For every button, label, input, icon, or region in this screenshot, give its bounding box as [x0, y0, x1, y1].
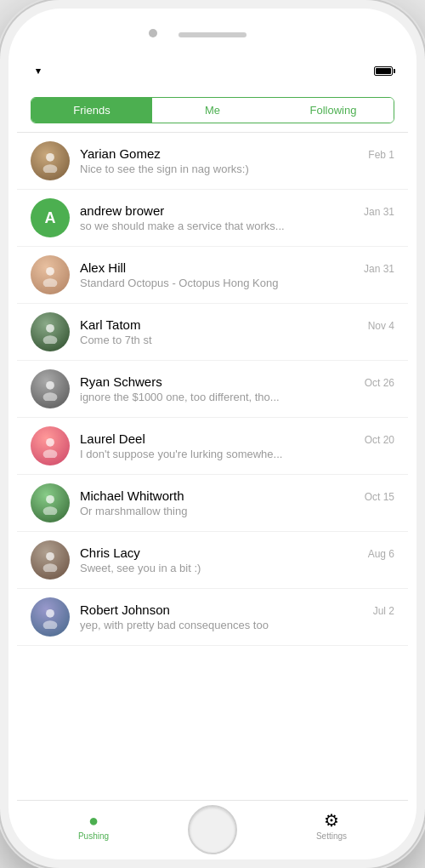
message-top: Ryan SchwersOct 26: [80, 374, 394, 389]
avatar: [31, 255, 70, 294]
battery-fill: [376, 68, 391, 74]
message-top: Robert JohnsonJul 2: [80, 602, 394, 617]
status-bar: ▾: [17, 60, 408, 82]
status-right: [374, 66, 393, 76]
front-camera: [149, 29, 157, 37]
message-date: Oct 15: [365, 491, 394, 503]
message-top: andrew browerJan 31: [80, 203, 394, 218]
svg-point-3: [43, 278, 58, 287]
message-preview: ignore the $1000 one, too different, tho…: [80, 391, 394, 403]
avatar: [31, 369, 70, 408]
message-date: Jan 31: [364, 206, 394, 218]
sender-name: Robert Johnson: [80, 602, 170, 617]
message-content: Karl TatomNov 4Come to 7th st: [80, 317, 394, 346]
svg-point-1: [43, 164, 58, 173]
avatar: [31, 540, 70, 580]
svg-point-5: [43, 335, 58, 344]
message-preview: Standard Octopus - Octopus Hong Kong: [80, 277, 394, 289]
avatar: A: [31, 198, 70, 237]
message-item[interactable]: Robert JohnsonJul 2yep, with pretty bad …: [17, 589, 408, 646]
message-preview: so we should make a service that works..…: [80, 220, 394, 232]
message-content: Alex HillJan 31Standard Octopus - Octopu…: [80, 260, 394, 289]
svg-point-4: [46, 324, 54, 333]
top-bar: [17, 17, 408, 51]
settings-label: Settings: [316, 831, 347, 841]
wifi-icon: ▾: [36, 66, 41, 77]
message-content: andrew browerJan 31so we should make a s…: [80, 203, 394, 232]
message-content: Michael WhitworthOct 15Or marshmallow th…: [80, 488, 394, 517]
sender-name: Ryan Schwers: [80, 374, 162, 389]
svg-point-15: [43, 620, 58, 629]
svg-point-10: [46, 495, 54, 504]
message-item[interactable]: Chris LacyAug 6Sweet, see you in a bit :…: [17, 532, 408, 589]
message-date: Oct 26: [365, 377, 394, 389]
message-preview: Come to 7th st: [80, 334, 394, 346]
svg-point-2: [46, 267, 54, 276]
nav-settings[interactable]: ⚙ Settings: [272, 812, 391, 841]
message-list: Yarian GomezFeb 1Nice to see the sign in…: [17, 133, 408, 774]
sender-name: andrew brower: [80, 203, 164, 218]
message-item[interactable]: Michael WhitworthOct 15Or marshmallow th…: [17, 475, 408, 532]
message-content: Robert JohnsonJul 2yep, with pretty bad …: [80, 602, 394, 631]
message-content: Ryan SchwersOct 26ignore the $1000 one, …: [80, 374, 394, 403]
message-top: Laurel DeelOct 20: [80, 431, 394, 446]
avatar: [31, 597, 70, 637]
message-item[interactable]: Laurel DeelOct 20I don't suppose you're …: [17, 418, 408, 475]
message-item[interactable]: Yarian GomezFeb 1Nice to see the sign in…: [17, 133, 408, 190]
message-date: Nov 4: [368, 320, 394, 332]
avatar: [31, 141, 70, 180]
message-preview: Sweet, see you in a bit :): [80, 562, 394, 574]
svg-point-12: [46, 552, 54, 561]
message-top: Karl TatomNov 4: [80, 317, 394, 332]
pushing-label: Pushing: [78, 831, 109, 841]
pushing-icon: ●: [88, 812, 99, 829]
message-preview: yep, with pretty bad consequences too: [80, 619, 394, 631]
message-top: Michael WhitworthOct 15: [80, 488, 394, 503]
sender-name: Alex Hill: [80, 260, 126, 275]
message-preview: Nice to see the sign in nag works:): [80, 163, 394, 175]
message-content: Chris LacyAug 6Sweet, see you in a bit :…: [80, 545, 394, 574]
phone-frame: ▾ Friends Me Following: [0, 0, 425, 868]
app-header: Friends Me Following: [17, 82, 408, 133]
sender-name: Karl Tatom: [80, 317, 140, 332]
tab-friends[interactable]: Friends: [31, 98, 152, 123]
svg-point-13: [43, 563, 58, 572]
svg-point-7: [43, 392, 58, 401]
message-date: Jul 2: [373, 605, 394, 617]
message-date: Oct 20: [365, 434, 394, 446]
tab-following[interactable]: Following: [273, 98, 394, 123]
message-date: Jan 31: [364, 263, 394, 275]
avatar: [31, 426, 70, 465]
screen: ▾ Friends Me Following: [17, 60, 408, 774]
settings-icon: ⚙: [324, 812, 339, 829]
sender-name: Yarian Gomez: [80, 146, 161, 161]
message-preview: I don't suppose you're lurking somewhe..…: [80, 448, 394, 460]
message-top: Alex HillJan 31: [80, 260, 394, 275]
message-item[interactable]: Aandrew browerJan 31so we should make a …: [17, 190, 408, 247]
message-content: Laurel DeelOct 20I don't suppose you're …: [80, 431, 394, 460]
message-top: Chris LacyAug 6: [80, 545, 394, 560]
message-preview: Or marshmallow thing: [80, 505, 394, 517]
message-top: Yarian GomezFeb 1: [80, 146, 394, 161]
message-item[interactable]: Ryan SchwersOct 26ignore the $1000 one, …: [17, 361, 408, 418]
tab-me[interactable]: Me: [152, 98, 273, 123]
speaker: [178, 32, 246, 37]
sender-name: Michael Whitworth: [80, 488, 184, 503]
sender-name: Chris Lacy: [80, 545, 140, 560]
message-item[interactable]: Karl TatomNov 4Come to 7th st: [17, 304, 408, 361]
avatar: [31, 483, 70, 523]
home-button[interactable]: [188, 805, 237, 854]
svg-point-14: [46, 609, 54, 618]
nav-pushing[interactable]: ● Pushing: [34, 812, 153, 841]
avatar: [31, 312, 70, 351]
message-date: Feb 1: [368, 149, 394, 161]
svg-point-11: [43, 506, 58, 515]
svg-point-6: [46, 381, 54, 390]
svg-point-9: [43, 449, 58, 458]
message-item[interactable]: Alex HillJan 31Standard Octopus - Octopu…: [17, 247, 408, 304]
message-date: Aug 6: [368, 548, 394, 560]
sender-name: Laurel Deel: [80, 431, 145, 446]
svg-point-0: [46, 153, 54, 162]
battery-icon: [374, 66, 393, 76]
message-content: Yarian GomezFeb 1Nice to see the sign in…: [80, 146, 394, 175]
